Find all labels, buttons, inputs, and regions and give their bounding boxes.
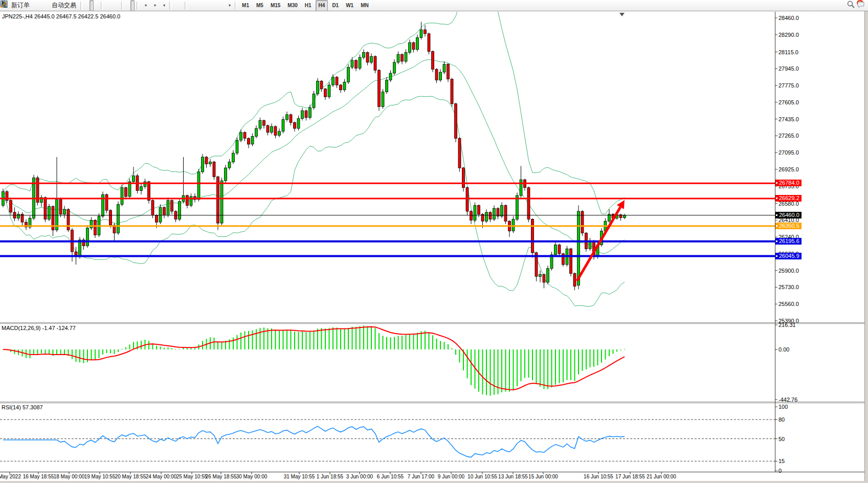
tf-d1[interactable]: D1: [329, 0, 342, 11]
toolbar: 新订单自动交易▾▾▾EFAT▾M1M5M15M30H1H4D1W1MN1: [0, 0, 868, 11]
time-axis-label: 16 May 18:55: [23, 474, 54, 479]
indicators-button[interactable]: ▾: [141, 0, 149, 11]
time-axis-label: 20 May 18:55: [115, 474, 146, 479]
time-axis-label: 15 Jun 00:00: [528, 474, 558, 479]
tf-m1-label: M1: [242, 3, 249, 8]
zoom-out-button[interactable]: [110, 0, 114, 11]
chart-title: JPN225-,H4 26445.0 26467.5 26422.5 26460…: [2, 13, 120, 19]
price-line-badge: 26195.6: [775, 238, 802, 245]
macd-axis-tick: 0.00: [778, 346, 789, 353]
channel-button[interactable]: E: [204, 0, 208, 11]
templates-button[interactable]: ▾: [159, 0, 167, 11]
tf-w1[interactable]: W1: [343, 0, 357, 11]
crosshair-button[interactable]: [179, 0, 183, 11]
vline-button[interactable]: [189, 0, 193, 11]
time-axis-label: May 2022: [0, 474, 21, 479]
hline-button[interactable]: [194, 0, 198, 11]
periods-button[interactable]: ▾: [150, 0, 158, 11]
macd-axis-tick: -442.76: [778, 397, 797, 403]
macd-indicator-label: MACD(12,26,9) -1.47 -124.77: [2, 325, 76, 331]
line-chart-button[interactable]: [95, 0, 99, 11]
tf-m30[interactable]: M30: [284, 0, 300, 11]
deposit-button[interactable]: [33, 0, 37, 11]
autotrade-button[interactable]: 自动交易: [48, 0, 78, 11]
price-axis-tick: 28460.0: [778, 15, 799, 21]
tf-mn[interactable]: MN: [358, 0, 372, 11]
mt4-window: 新订单自动交易▾▾▾EFAT▾M1M5M15M30H1H4D1W1MN1 JPN…: [0, 0, 868, 483]
macd-axis-tick: 216.31: [778, 322, 796, 328]
tf-h1[interactable]: H1: [302, 0, 315, 11]
time-axis-label: 7 Jun 17:00: [408, 474, 434, 479]
time-axis-label: 9 Jun 00:00: [438, 474, 464, 479]
time-axis-label: 25 May 10:55: [176, 474, 208, 479]
new-order-button[interactable]: 新订单: [8, 0, 32, 11]
profile-button[interactable]: [38, 0, 42, 11]
tf-m15-label: M15: [271, 3, 280, 8]
chevron-down-icon: ▾: [163, 3, 165, 8]
shapes-button[interactable]: ▾: [225, 0, 233, 11]
tf-m5-label: M5: [256, 3, 263, 8]
bar-chart-button[interactable]: [84, 0, 88, 11]
time-axis-label: 13 Jun 18:55: [498, 474, 528, 479]
time-axis-label: 1 Jun 18:55: [317, 474, 343, 479]
price-line-badge: 26784.0: [775, 180, 802, 186]
chart-shift-button[interactable]: [130, 0, 135, 11]
toolbar-separator: [185, 2, 187, 10]
chart-graphics: [0, 0, 868, 483]
label-button[interactable]: T: [219, 0, 224, 11]
text-button[interactable]: A: [214, 0, 218, 11]
cursor-button[interactable]: [173, 0, 177, 11]
price-line-badge: 26045.9: [775, 253, 802, 259]
price-axis-tick: 27095.0: [778, 149, 799, 156]
tf-w1-label: W1: [346, 3, 353, 8]
price-axis-tick: 25560.0: [778, 301, 799, 307]
price-axis-tick: 27435.0: [778, 116, 799, 122]
tf-m1[interactable]: M1: [239, 0, 252, 11]
tf-mn-label: MN: [361, 3, 369, 8]
signals-button[interactable]: [43, 0, 47, 11]
price-axis-tick: 27775.0: [778, 82, 799, 89]
price-axis-tick: 27605.0: [778, 99, 799, 105]
tf-h4[interactable]: H4: [316, 0, 328, 11]
toolbar-separator: [80, 2, 82, 10]
price-axis-tick: 25730.0: [778, 284, 799, 290]
time-axis-label: 16 Jun 10:55: [584, 474, 613, 479]
price-axis-tick: 27265.0: [778, 133, 799, 139]
rsi-axis-tick: 50: [778, 436, 785, 442]
tf-m5[interactable]: M5: [253, 0, 266, 11]
autotrade-button-label: 自动交易: [52, 1, 76, 10]
time-axis-label: 24 May 00:00: [146, 474, 177, 479]
chevron-down-icon: ▾: [145, 3, 147, 8]
price-axis-tick: 27945.0: [778, 65, 799, 72]
price-line-badge: 26629.2: [775, 195, 802, 202]
tf-m30-label: M30: [287, 3, 297, 8]
time-axis-label: 10 Jun 10:55: [468, 474, 497, 479]
tf-d1-label: D1: [332, 3, 339, 8]
toolbar-separator: [101, 2, 103, 10]
rsi-axis-tick: 0: [778, 468, 782, 474]
rsi-axis-tick: 15: [778, 458, 785, 464]
tile-windows-button[interactable]: [115, 0, 119, 11]
chevron-down-icon: ▾: [229, 3, 231, 8]
time-axis-label: 31 May 10:55: [284, 474, 315, 479]
tf-h4-label: H4: [319, 3, 325, 8]
zoom-in-button[interactable]: [105, 0, 109, 11]
notifications-button[interactable]: 1: [856, 0, 860, 11]
tf-m15[interactable]: M15: [268, 0, 283, 11]
time-axis-label: 18 May 00:00: [54, 474, 85, 479]
fibonacci-button[interactable]: F: [209, 0, 213, 11]
price-axis-tick: 25900.0: [778, 268, 799, 274]
tf-h1-label: H1: [305, 3, 311, 8]
toolbar-separator: [137, 2, 139, 10]
search-button[interactable]: [847, 0, 851, 11]
price-axis-tick: 28290.0: [778, 32, 799, 38]
trendline-button[interactable]: [199, 0, 203, 11]
time-axis-label: 30 May 00:00: [236, 474, 268, 479]
auto-scroll-button[interactable]: [125, 0, 129, 11]
toolbar-separator: [121, 2, 123, 10]
rsi-indicator-label: RSI(14) 57.3087: [2, 404, 43, 410]
candle-chart-button[interactable]: [90, 0, 94, 11]
chevron-down-icon: ▾: [154, 3, 156, 8]
price-axis-tick: 26925.0: [778, 166, 799, 172]
time-axis-label: 17 Jun 18:55: [615, 474, 645, 479]
